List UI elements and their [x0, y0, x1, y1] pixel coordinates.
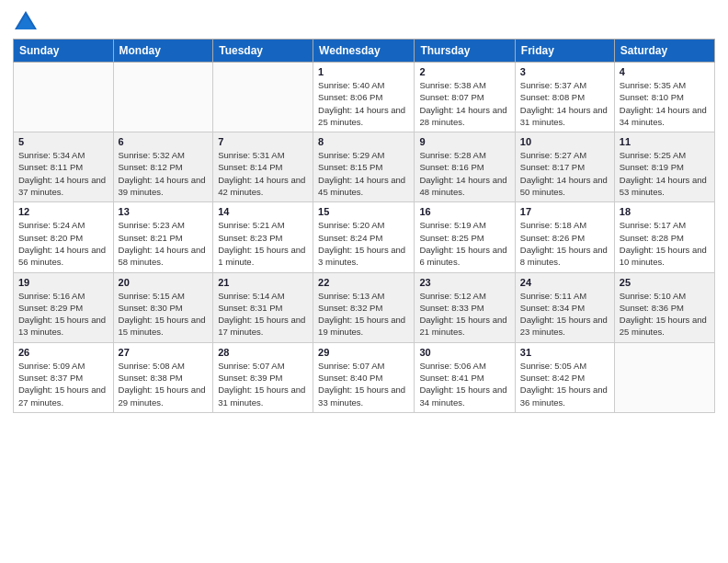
day-info: Sunrise: 5:16 AM Sunset: 8:29 PM Dayligh… [18, 290, 108, 339]
calendar-body: 1Sunrise: 5:40 AM Sunset: 8:06 PM Daylig… [14, 63, 715, 413]
calendar-week-2: 5Sunrise: 5:34 AM Sunset: 8:11 PM Daylig… [14, 132, 715, 202]
calendar-cell: 12Sunrise: 5:24 AM Sunset: 8:20 PM Dayli… [14, 202, 114, 272]
col-header-tuesday: Tuesday [213, 40, 313, 63]
page-container: SundayMondayTuesdayWednesdayThursdayFrid… [0, 0, 728, 420]
day-number: 27 [119, 347, 209, 358]
calendar-cell: 3Sunrise: 5:37 AM Sunset: 8:08 PM Daylig… [515, 63, 614, 132]
day-number: 26 [18, 347, 108, 358]
day-info: Sunrise: 5:18 AM Sunset: 8:26 PM Dayligh… [520, 219, 609, 268]
header-row [13, 9, 715, 35]
day-info: Sunrise: 5:21 AM Sunset: 8:23 PM Dayligh… [218, 219, 308, 268]
calendar-cell: 28Sunrise: 5:07 AM Sunset: 8:39 PM Dayli… [213, 342, 313, 412]
day-number: 23 [419, 277, 509, 288]
day-number: 1 [318, 66, 409, 77]
day-info: Sunrise: 5:23 AM Sunset: 8:21 PM Dayligh… [119, 219, 209, 268]
calendar-cell [213, 63, 313, 132]
calendar-cell: 24Sunrise: 5:11 AM Sunset: 8:34 PM Dayli… [515, 272, 614, 342]
day-info: Sunrise: 5:31 AM Sunset: 8:14 PM Dayligh… [218, 149, 308, 198]
calendar-cell: 10Sunrise: 5:27 AM Sunset: 8:17 PM Dayli… [515, 132, 614, 202]
day-number: 21 [218, 277, 308, 288]
calendar-cell: 2Sunrise: 5:38 AM Sunset: 8:07 PM Daylig… [415, 63, 515, 132]
day-info: Sunrise: 5:05 AM Sunset: 8:42 PM Dayligh… [520, 360, 609, 408]
day-number: 25 [620, 277, 710, 288]
day-info: Sunrise: 5:08 AM Sunset: 8:38 PM Dayligh… [119, 360, 209, 408]
day-number: 4 [620, 66, 710, 77]
calendar-cell [14, 63, 114, 132]
day-info: Sunrise: 5:20 AM Sunset: 8:24 PM Dayligh… [318, 219, 409, 268]
calendar-cell: 18Sunrise: 5:17 AM Sunset: 8:28 PM Dayli… [614, 202, 714, 272]
calendar-cell: 27Sunrise: 5:08 AM Sunset: 8:38 PM Dayli… [113, 342, 213, 412]
day-number: 12 [18, 206, 108, 217]
day-info: Sunrise: 5:07 AM Sunset: 8:39 PM Dayligh… [218, 360, 308, 408]
day-info: Sunrise: 5:37 AM Sunset: 8:08 PM Dayligh… [520, 79, 609, 128]
day-number: 9 [419, 136, 509, 147]
day-number: 5 [18, 136, 108, 147]
col-header-wednesday: Wednesday [313, 40, 415, 63]
day-info: Sunrise: 5:07 AM Sunset: 8:40 PM Dayligh… [318, 360, 409, 408]
calendar-cell [113, 63, 213, 132]
col-header-friday: Friday [515, 40, 614, 63]
calendar-cell: 25Sunrise: 5:10 AM Sunset: 8:36 PM Dayli… [614, 272, 714, 342]
calendar-cell: 19Sunrise: 5:16 AM Sunset: 8:29 PM Dayli… [14, 272, 114, 342]
day-number: 31 [520, 347, 609, 358]
day-number: 10 [520, 136, 609, 147]
day-info: Sunrise: 5:32 AM Sunset: 8:12 PM Dayligh… [119, 149, 209, 198]
calendar-cell: 22Sunrise: 5:13 AM Sunset: 8:32 PM Dayli… [313, 272, 415, 342]
day-info: Sunrise: 5:15 AM Sunset: 8:30 PM Dayligh… [119, 290, 209, 339]
day-info: Sunrise: 5:17 AM Sunset: 8:28 PM Dayligh… [620, 219, 710, 268]
col-header-thursday: Thursday [415, 40, 515, 63]
day-info: Sunrise: 5:12 AM Sunset: 8:33 PM Dayligh… [419, 290, 509, 339]
day-info: Sunrise: 5:14 AM Sunset: 8:31 PM Dayligh… [218, 290, 308, 339]
day-info: Sunrise: 5:40 AM Sunset: 8:06 PM Dayligh… [318, 79, 409, 128]
calendar-cell: 21Sunrise: 5:14 AM Sunset: 8:31 PM Dayli… [213, 272, 313, 342]
calendar-cell: 5Sunrise: 5:34 AM Sunset: 8:11 PM Daylig… [14, 132, 114, 202]
day-info: Sunrise: 5:11 AM Sunset: 8:34 PM Dayligh… [520, 290, 609, 339]
calendar-cell: 29Sunrise: 5:07 AM Sunset: 8:40 PM Dayli… [313, 342, 415, 412]
day-number: 11 [620, 136, 710, 147]
calendar-cell: 31Sunrise: 5:05 AM Sunset: 8:42 PM Dayli… [515, 342, 614, 412]
day-number: 19 [18, 277, 108, 288]
day-number: 17 [520, 206, 609, 217]
day-info: Sunrise: 5:27 AM Sunset: 8:17 PM Dayligh… [520, 149, 609, 198]
day-number: 14 [218, 206, 308, 217]
calendar-cell: 7Sunrise: 5:31 AM Sunset: 8:14 PM Daylig… [213, 132, 313, 202]
calendar-table: SundayMondayTuesdayWednesdayThursdayFrid… [13, 39, 715, 413]
day-number: 18 [620, 206, 710, 217]
day-info: Sunrise: 5:29 AM Sunset: 8:15 PM Dayligh… [318, 149, 409, 198]
day-number: 22 [318, 277, 409, 288]
header-row-days: SundayMondayTuesdayWednesdayThursdayFrid… [14, 40, 715, 63]
calendar-cell: 16Sunrise: 5:19 AM Sunset: 8:25 PM Dayli… [415, 202, 515, 272]
calendar-cell: 11Sunrise: 5:25 AM Sunset: 8:19 PM Dayli… [614, 132, 714, 202]
calendar-cell: 15Sunrise: 5:20 AM Sunset: 8:24 PM Dayli… [313, 202, 415, 272]
calendar-week-3: 12Sunrise: 5:24 AM Sunset: 8:20 PM Dayli… [14, 202, 715, 272]
day-info: Sunrise: 5:28 AM Sunset: 8:16 PM Dayligh… [419, 149, 509, 198]
calendar-cell: 9Sunrise: 5:28 AM Sunset: 8:16 PM Daylig… [415, 132, 515, 202]
calendar-cell: 8Sunrise: 5:29 AM Sunset: 8:15 PM Daylig… [313, 132, 415, 202]
calendar-cell: 4Sunrise: 5:35 AM Sunset: 8:10 PM Daylig… [614, 63, 714, 132]
calendar-cell: 23Sunrise: 5:12 AM Sunset: 8:33 PM Dayli… [415, 272, 515, 342]
day-number: 2 [419, 66, 509, 77]
calendar-cell: 17Sunrise: 5:18 AM Sunset: 8:26 PM Dayli… [515, 202, 614, 272]
calendar-cell: 14Sunrise: 5:21 AM Sunset: 8:23 PM Dayli… [213, 202, 313, 272]
calendar-cell: 6Sunrise: 5:32 AM Sunset: 8:12 PM Daylig… [113, 132, 213, 202]
day-number: 30 [419, 347, 509, 358]
day-number: 15 [318, 206, 409, 217]
col-header-monday: Monday [113, 40, 213, 63]
day-info: Sunrise: 5:06 AM Sunset: 8:41 PM Dayligh… [419, 360, 509, 408]
calendar-week-1: 1Sunrise: 5:40 AM Sunset: 8:06 PM Daylig… [14, 63, 715, 132]
day-info: Sunrise: 5:09 AM Sunset: 8:37 PM Dayligh… [18, 360, 108, 408]
day-number: 6 [119, 136, 209, 147]
day-info: Sunrise: 5:19 AM Sunset: 8:25 PM Dayligh… [419, 219, 509, 268]
calendar-cell: 20Sunrise: 5:15 AM Sunset: 8:30 PM Dayli… [113, 272, 213, 342]
logo [13, 9, 42, 35]
day-number: 13 [119, 206, 209, 217]
day-info: Sunrise: 5:10 AM Sunset: 8:36 PM Dayligh… [620, 290, 710, 339]
day-info: Sunrise: 5:13 AM Sunset: 8:32 PM Dayligh… [318, 290, 409, 339]
calendar-week-5: 26Sunrise: 5:09 AM Sunset: 8:37 PM Dayli… [14, 342, 715, 412]
calendar-cell: 1Sunrise: 5:40 AM Sunset: 8:06 PM Daylig… [313, 63, 415, 132]
day-info: Sunrise: 5:38 AM Sunset: 8:07 PM Dayligh… [419, 79, 509, 128]
calendar-week-4: 19Sunrise: 5:16 AM Sunset: 8:29 PM Dayli… [14, 272, 715, 342]
col-header-saturday: Saturday [614, 40, 714, 63]
calendar-cell [614, 342, 714, 412]
day-number: 29 [318, 347, 409, 358]
